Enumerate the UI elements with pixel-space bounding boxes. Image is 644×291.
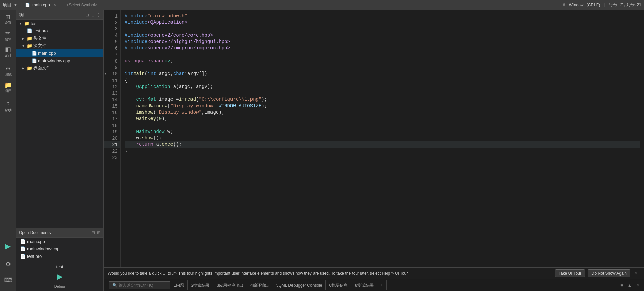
file-tree-panel: 项目 ⊟ ⊞ ⋮ ▼ 📁 test 📄 test.pro (16, 10, 104, 228)
edit-icon: ✏ (5, 30, 11, 36)
notification-close-button[interactable]: × (632, 269, 640, 277)
tree-item-testpro[interactable]: 📄 test.pro (16, 27, 103, 35)
line-num-1: 1 (104, 13, 120, 19)
open-docs-header: Open Documents ⊟ ⊞ (16, 228, 103, 238)
bottom-log-button[interactable]: ≡ (618, 282, 625, 289)
folder-icon-headers: 📁 (27, 36, 32, 41)
file-tree-filter-icon[interactable]: ⊟ (86, 13, 89, 17)
code-line-2: #include <QApplication> (125, 19, 640, 26)
tree-folder-headers[interactable]: ▶ 📁 头文件 (16, 35, 103, 42)
bottom-search-box[interactable]: 🔍 (109, 281, 170, 289)
tab-close-icon[interactable]: × (54, 3, 56, 7)
line-num-7: 7 (104, 51, 120, 58)
bottom-tab-num-3: 3 (217, 283, 219, 288)
bottom-tab-num-5: 5 (276, 283, 279, 288)
open-doc-mainwindowcpp[interactable]: 📄 mainwindow.cpp (16, 245, 103, 252)
sidebar-item-edit[interactable]: ✏ 编辑 (0, 28, 16, 44)
tree-folder-ui[interactable]: ▶ 📁 界面文件 (16, 64, 103, 72)
bottom-tab-appout[interactable]: 3 应用程序输出 (213, 280, 247, 290)
bottom-tab-label-5: QML Debugger Console (278, 283, 322, 288)
line-num-16: 16 (104, 109, 120, 116)
editor-area: 1 2 3 4 5 6 7 8 9 ▼10 11 12 13 14 15 16 … (104, 10, 644, 267)
code-line-16: imshow("Display window",image); (125, 109, 640, 116)
line-numbers: 1 2 3 4 5 6 7 8 9 ▼10 11 12 13 14 15 16 … (104, 10, 121, 267)
bottom-tab-search[interactable]: 2 搜索结果 (188, 280, 214, 290)
file-tree-options-icon[interactable]: ⋮ (97, 13, 101, 17)
position-info: 行号: 21, 列号: 21 (609, 2, 641, 8)
bottom-tab-qml[interactable]: 5 QML Debugger Console (273, 280, 326, 290)
line-ending[interactable]: Windows (CRLF) (569, 3, 600, 7)
symbol-selector[interactable]: <Select Symbol> (66, 3, 97, 7)
debug-icon: ⚙ (5, 66, 11, 72)
line-num-12: 12 (104, 84, 120, 90)
code-line-12: QApplication a(argc, argv); (125, 84, 640, 90)
sidebar-item-design[interactable]: ◧ 设计 (0, 44, 16, 60)
sidebar-item-debug[interactable]: ⚙ 调试 (0, 63, 16, 80)
sidebar-separator-1 (2, 62, 14, 62)
file-tree-add-icon[interactable]: ⊞ (91, 13, 95, 17)
line-num-20: 20 (104, 135, 120, 141)
left-panel: 项目 ⊟ ⊞ ⋮ ▼ 📁 test 📄 test.pro (16, 10, 104, 291)
code-line-6: #include <opencv2/imgproc/imgproc.hpp> (125, 45, 640, 51)
code-line-23 (125, 154, 640, 161)
sidebar-bottom-item-2[interactable]: ⚙ (0, 256, 16, 272)
arrow-headers: ▶ (22, 37, 26, 40)
line-num-21: 21 (104, 141, 120, 148)
folder-icon-ui: 📁 (27, 66, 32, 71)
line-num-6: 6 (104, 45, 120, 51)
filter-icon[interactable]: ▼ (14, 3, 17, 7)
code-line-20: w.show(); (125, 135, 640, 141)
open-docs-add-icon[interactable]: ⊞ (97, 230, 100, 235)
debug-run-button[interactable]: ▶ (54, 271, 66, 283)
do-not-show-button[interactable]: Do Not Show Again (588, 269, 630, 277)
line-num-11: 11 (104, 77, 120, 84)
tree-folder-sources[interactable]: ▼ 📁 源文件 (16, 42, 103, 49)
sidebar-item-project[interactable]: 📁 项目 (0, 80, 16, 96)
code-line-7 (125, 51, 640, 58)
bottom-tab-add[interactable]: + (377, 280, 387, 290)
bottom-tab-label-2: 搜索结果 (193, 283, 209, 288)
open-docs-title: Open Documents (19, 230, 51, 235)
open-doc-label-2: mainwindow.cpp (27, 246, 59, 251)
open-doc-icon-2: 📄 (20, 246, 26, 251)
settings-icon: ⚙ (5, 261, 11, 267)
line-num-23: 23 (104, 154, 120, 161)
bottom-tab-overview[interactable]: 6 概要信息 (326, 280, 351, 290)
bottom-tab-test[interactable]: 8 测试结果 (351, 280, 377, 290)
debug-project-name: test (56, 264, 63, 269)
open-doc-icon-1: 📄 (20, 239, 26, 244)
open-docs-close-all-icon[interactable]: ⊟ (92, 230, 95, 235)
bottom-close-button[interactable]: × (635, 282, 641, 289)
file-icon-mainwindowcpp: 📄 (32, 58, 37, 63)
tree-root-test[interactable]: ▼ 📁 test (16, 20, 103, 27)
design-icon: ◧ (5, 46, 11, 52)
open-doc-testpro[interactable]: 📄 test.pro (16, 252, 103, 260)
file-tree-title: 项目 (19, 12, 27, 18)
search-input[interactable] (119, 283, 166, 288)
sidebar-item-welcome[interactable]: ⊞ 欢迎 (0, 12, 16, 28)
code-line-13 (125, 90, 640, 96)
code-line-1: #include "mainwindow.h" (125, 13, 640, 19)
take-ui-tour-button[interactable]: Take UI Tour (555, 269, 585, 277)
tree-item-mainwindowcpp[interactable]: 📄 mainwindow.cpp (16, 57, 103, 64)
open-doc-maincpp[interactable]: 📄 main.cpp (16, 238, 103, 245)
sidebar-separator-2 (2, 97, 14, 97)
bottom-tab-label-8: 测试结果 (357, 283, 374, 288)
sidebar-bottom-item-3[interactable]: ⌨ (0, 272, 16, 288)
bottom-panel: 🔍 1 问题 2 搜索结果 3 应用程序输出 4 编译输出 5 (104, 279, 644, 291)
bottom-tab-label-3: 应用程序输出 (219, 283, 243, 288)
arrow-ui: ▶ (22, 66, 26, 70)
code-line-19: MainWindow w; (125, 129, 640, 135)
bottom-tab-compile[interactable]: 4 编译输出 (247, 280, 273, 290)
sidebar-bottom-item-1[interactable]: ▶ (0, 238, 16, 254)
code-line-14: cv::Mat image = imread("C:\\configure\\1… (125, 96, 640, 103)
code-content[interactable]: #include "mainwindow.h" #include <QAppli… (121, 10, 644, 267)
sidebar-item-help[interactable]: ? 帮助 (0, 99, 16, 115)
bottom-tab-issues[interactable]: 1 问题 (170, 280, 188, 290)
arrow-sources: ▼ (22, 44, 26, 48)
title-bar-left: 项目 ▼ | 📄 main.cpp × | <Select Symbol> (3, 2, 563, 8)
bottom-maximize-button[interactable]: ▲ (626, 282, 633, 289)
search-icon: 🔍 (112, 283, 117, 288)
tree-item-maincpp[interactable]: 📄 main.cpp (16, 49, 103, 57)
bottom-tab-num-4: 4 (250, 283, 253, 288)
